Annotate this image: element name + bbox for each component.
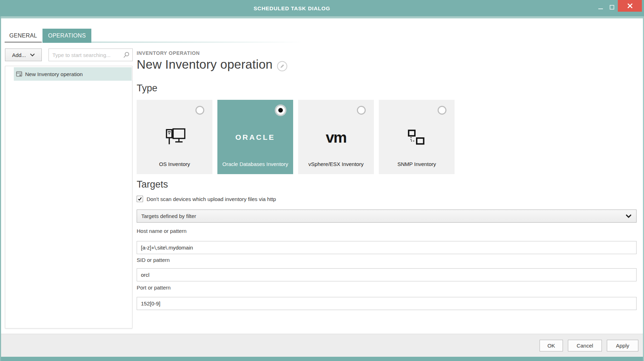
radio-oracle-databases-inventory[interactable] xyxy=(276,106,285,115)
oracle-logo: ORACLE xyxy=(235,133,275,142)
edit-pencil-icon[interactable] xyxy=(277,61,287,71)
close-button[interactable] xyxy=(618,0,642,12)
add-button-label: Add... xyxy=(12,52,26,58)
tile-os-inventory[interactable]: OS Inventory xyxy=(137,100,212,174)
host-pattern-input[interactable] xyxy=(137,241,637,254)
tab-general[interactable]: GENERAL xyxy=(5,29,42,42)
snmp-icon xyxy=(407,129,427,145)
minimize-icon xyxy=(598,8,603,9)
host-pattern-label: Host name or pattern xyxy=(137,228,187,234)
tab-general-underline xyxy=(5,42,42,42)
tile-vsphere-esx-inventory[interactable]: vm vSphere/ESX Inventory xyxy=(298,100,374,174)
dont-scan-checkbox[interactable] xyxy=(137,196,143,202)
page-title-row: New Inventory operation xyxy=(137,57,287,71)
close-icon xyxy=(627,3,633,8)
os-inventory-icon xyxy=(163,128,186,147)
search-icon xyxy=(123,51,130,58)
window-controls xyxy=(584,0,644,16)
sid-pattern-label: SID or pattern xyxy=(137,257,170,263)
tile-snmp-inventory[interactable]: SNMP Inventory xyxy=(379,100,455,174)
sid-pattern-input[interactable] xyxy=(137,268,637,281)
scheduled-task-dialog: SCHEDULED TASK DIALOG GENERAL OPERATIONS… xyxy=(0,0,644,361)
ok-button[interactable]: OK xyxy=(540,340,563,351)
tile-iconzone xyxy=(379,125,455,150)
radio-snmp-inventory[interactable] xyxy=(438,106,446,115)
window-border-left xyxy=(0,16,1,361)
tile-label: OS Inventory xyxy=(141,160,208,168)
tile-iconzone xyxy=(137,125,212,150)
tab-operations[interactable]: OPERATIONS xyxy=(42,29,91,43)
radio-vsphere-esx-inventory[interactable] xyxy=(357,106,366,115)
list-item-new-inventory-operation[interactable]: New Inventory operation xyxy=(14,67,132,81)
chevron-down-icon xyxy=(626,214,631,218)
tile-label: Oracle Databases Inventory xyxy=(222,160,289,168)
cancel-button[interactable]: Cancel xyxy=(568,340,602,351)
targets-filter-select-value: Targets defined by filter xyxy=(141,213,196,219)
tile-label: SNMP Inventory xyxy=(383,160,450,168)
window-title: SCHEDULED TASK DIALOG xyxy=(0,0,584,16)
vmware-logo: vm xyxy=(326,130,346,145)
add-button[interactable]: Add... xyxy=(5,48,42,61)
inventory-task-icon xyxy=(16,71,22,77)
tile-iconzone: ORACLE xyxy=(217,125,293,150)
chevron-down-icon xyxy=(30,53,35,57)
maximize-icon xyxy=(610,5,614,10)
targets-filter-select[interactable]: Targets defined by filter xyxy=(137,210,637,223)
apply-button[interactable]: Apply xyxy=(607,340,638,351)
search-field-wrap xyxy=(49,48,133,61)
port-pattern-label: Port or pattern xyxy=(137,285,171,291)
titlebar: SCHEDULED TASK DIALOG xyxy=(0,0,644,16)
maximize-button[interactable] xyxy=(606,0,618,14)
port-pattern-input[interactable] xyxy=(137,297,637,310)
dont-scan-checkbox-label: Don't scan devices which upload inventor… xyxy=(147,196,276,202)
targets-heading: Targets xyxy=(137,179,168,190)
list-item-label: New Inventory operation xyxy=(25,71,83,77)
type-heading: Type xyxy=(137,83,158,94)
tile-label: vSphere/ESX Inventory xyxy=(302,160,370,168)
minimize-button[interactable] xyxy=(595,0,606,14)
page-title: New Inventory operation xyxy=(137,57,273,71)
radio-os-inventory[interactable] xyxy=(195,106,204,115)
window-border-bottom xyxy=(0,357,644,361)
dont-scan-checkbox-row[interactable]: Don't scan devices which upload inventor… xyxy=(137,196,276,202)
tab-row-divider xyxy=(91,42,304,42)
search-input[interactable] xyxy=(49,48,133,61)
check-icon xyxy=(137,196,142,201)
tile-iconzone: vm xyxy=(298,125,374,150)
tile-oracle-databases-inventory[interactable]: ORACLE Oracle Databases Inventory xyxy=(217,100,293,174)
operations-list: New Inventory operation xyxy=(5,66,132,328)
titlebar-accent-strip xyxy=(0,16,644,18)
section-kicker: INVENTORY OPERATION xyxy=(137,50,200,56)
type-options: OS Inventory ORACLE Oracle Databases Inv… xyxy=(137,100,455,174)
footer-bar: OK Cancel Apply xyxy=(0,334,644,357)
